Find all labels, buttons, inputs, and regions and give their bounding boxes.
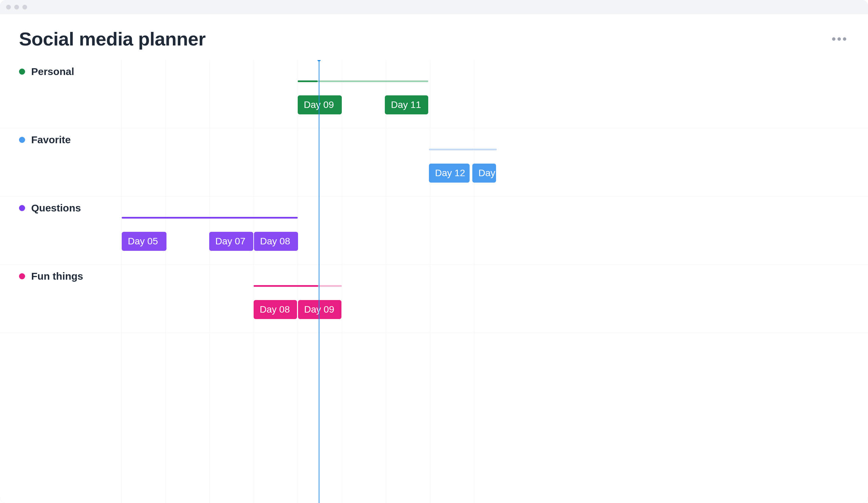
task-chip[interactable]: Day xyxy=(472,164,496,183)
row-title: Favorite xyxy=(31,134,71,145)
window-control-maximize[interactable] xyxy=(22,5,27,10)
group-span-bar[interactable] xyxy=(122,217,298,219)
window-control-close[interactable] xyxy=(6,5,11,10)
row-title: Questions xyxy=(31,202,81,214)
group-span-bar[interactable] xyxy=(318,80,428,82)
app-window: Social media planner PersonalDay 09Day 1… xyxy=(0,0,868,503)
row-header[interactable]: Favorite xyxy=(0,128,868,149)
dots-icon xyxy=(832,37,836,41)
category-dot-icon xyxy=(19,205,25,211)
row-body: Day 09Day 11 xyxy=(0,80,868,128)
dots-icon xyxy=(837,37,841,41)
task-chip[interactable]: Day 12 xyxy=(429,164,469,183)
task-chip[interactable]: Day 08 xyxy=(254,300,297,319)
timeline-row-favorite: FavoriteDay 12Day xyxy=(0,128,868,197)
category-dot-icon xyxy=(19,273,25,279)
row-body: Day 08Day 09 xyxy=(0,285,868,333)
row-title: Personal xyxy=(31,66,74,77)
row-header[interactable]: Questions xyxy=(0,197,868,217)
category-dot-icon xyxy=(19,69,25,75)
current-time-indicator xyxy=(319,60,319,503)
row-title: Fun things xyxy=(31,271,83,282)
dots-icon xyxy=(843,37,846,41)
timeline-row-questions: QuestionsDay 05Day 07Day 08 xyxy=(0,197,868,265)
timeline-row-personal: PersonalDay 09Day 11 xyxy=(0,60,868,128)
page-content: Social media planner PersonalDay 09Day 1… xyxy=(0,14,868,503)
task-chip[interactable]: Day 11 xyxy=(385,95,428,114)
group-span-bar[interactable] xyxy=(319,285,342,287)
task-chip[interactable]: Day 09 xyxy=(298,95,342,114)
task-chip[interactable]: Day 08 xyxy=(254,232,298,251)
group-span-bar[interactable] xyxy=(254,285,318,287)
page-title: Social media planner xyxy=(19,28,206,50)
row-header[interactable]: Personal xyxy=(0,60,868,80)
task-chip[interactable]: Day 07 xyxy=(209,232,253,251)
more-options-button[interactable] xyxy=(829,34,849,43)
category-dot-icon xyxy=(19,137,25,143)
page-header: Social media planner xyxy=(0,14,868,60)
row-header[interactable]: Fun things xyxy=(0,265,868,285)
row-body: Day 12Day xyxy=(0,149,868,196)
row-body: Day 05Day 07Day 08 xyxy=(0,217,868,264)
group-span-bar[interactable] xyxy=(429,149,497,150)
task-chip[interactable]: Day 05 xyxy=(122,232,166,251)
timeline-row-fun-things: Fun thingsDay 08Day 09 xyxy=(0,265,868,333)
timeline-area[interactable]: PersonalDay 09Day 11FavoriteDay 12DayQue… xyxy=(0,60,868,503)
group-span-bar[interactable] xyxy=(298,80,318,82)
window-control-minimize[interactable] xyxy=(14,5,19,10)
window-titlebar xyxy=(0,0,868,14)
task-chip[interactable]: Day 09 xyxy=(298,300,341,319)
timeline-rows: PersonalDay 09Day 11FavoriteDay 12DayQue… xyxy=(0,60,868,333)
